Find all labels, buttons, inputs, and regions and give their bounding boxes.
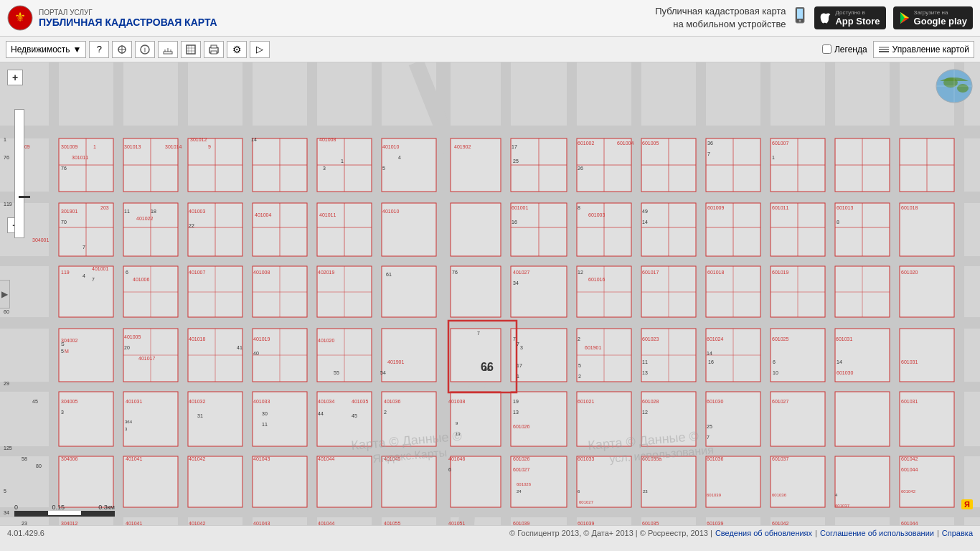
svg-text:401043: 401043 xyxy=(253,521,270,525)
measure-button[interactable] xyxy=(158,41,178,58)
svg-text:401031: 401031 xyxy=(126,399,142,404)
svg-text:7: 7 xyxy=(707,435,710,440)
svg-text:54: 54 xyxy=(380,370,386,375)
apple-icon xyxy=(820,11,831,24)
svg-text:601036: 601036 xyxy=(707,456,723,461)
zoom-scale[interactable] xyxy=(14,109,24,238)
svg-text:601026: 601026 xyxy=(517,482,532,486)
svg-rect-46 xyxy=(501,62,511,525)
svg-text:401008: 401008 xyxy=(319,137,336,142)
svg-text:601044: 601044 xyxy=(901,467,918,472)
zoom-in-button[interactable]: + xyxy=(7,70,23,85)
copyright-text: © Госпицентр 2013, © Дата+ 2013 | © Роср… xyxy=(509,529,712,537)
svg-text:16: 16 xyxy=(708,359,714,364)
svg-rect-117 xyxy=(511,392,567,446)
svg-text:601019: 601019 xyxy=(772,270,788,275)
svg-text:11: 11 xyxy=(262,422,268,427)
svg-text:203: 203 xyxy=(100,205,109,210)
svg-rect-26 xyxy=(211,45,217,48)
svg-text:4: 4 xyxy=(398,155,401,160)
svg-text:23: 23 xyxy=(22,521,27,525)
svg-text:601026: 601026 xyxy=(513,456,529,461)
svg-text:1: 1 xyxy=(772,155,775,160)
svg-text:1: 1 xyxy=(93,144,96,149)
expand-panel-button[interactable]: ▶ xyxy=(0,280,10,309)
svg-rect-126 xyxy=(188,456,242,507)
svg-text:401038: 401038 xyxy=(448,399,465,404)
info-button[interactable]: i xyxy=(135,41,155,58)
terms-link[interactable]: Соглашение об использовании xyxy=(820,529,934,537)
svg-text:13: 13 xyxy=(513,410,519,415)
zoom-to-extent-button[interactable] xyxy=(112,41,132,58)
manage-map-button[interactable]: Управление картой xyxy=(873,41,974,58)
draw-button[interactable] xyxy=(181,41,201,58)
svg-rect-4 xyxy=(797,9,803,19)
svg-text:401041: 401041 xyxy=(126,521,142,525)
svg-text:301012: 301012 xyxy=(190,137,207,142)
svg-text:304001: 304001 xyxy=(32,237,49,242)
extra-button[interactable]: ▷ xyxy=(250,41,270,58)
svg-text:601042: 601042 xyxy=(901,489,916,494)
svg-text:401027: 401027 xyxy=(513,270,529,275)
svg-rect-50 xyxy=(760,62,771,525)
svg-text:401036: 401036 xyxy=(384,399,400,404)
googleplay-icon xyxy=(899,11,910,24)
legend-checkbox[interactable] xyxy=(822,44,831,54)
phone-icon xyxy=(793,7,807,29)
svg-text:20: 20 xyxy=(124,345,130,350)
property-type-dropdown[interactable]: Недвижимость ▼ xyxy=(6,41,86,58)
svg-text:29: 29 xyxy=(4,381,9,386)
updates-link[interactable]: Сведения об обновлениях xyxy=(715,529,812,537)
svg-text:601025: 601025 xyxy=(772,336,788,342)
svg-text:401051: 401051 xyxy=(448,521,465,525)
svg-rect-29 xyxy=(879,49,889,50)
svg-text:401042: 401042 xyxy=(189,456,205,461)
svg-text:601007: 601007 xyxy=(772,141,788,146)
svg-text:7: 7 xyxy=(513,336,516,342)
svg-text:5: 5 xyxy=(4,489,6,494)
svg-text:401044: 401044 xyxy=(318,456,334,461)
svg-text:76: 76 xyxy=(61,166,67,171)
settings-button[interactable]: ⚙ xyxy=(227,41,247,58)
svg-text:401046: 401046 xyxy=(448,456,465,461)
svg-text:125: 125 xyxy=(4,446,12,451)
svg-rect-127 xyxy=(253,456,307,507)
layers-icon xyxy=(878,44,890,55)
svg-rect-28 xyxy=(879,51,889,52)
svg-rect-52 xyxy=(890,62,900,525)
svg-text:3: 3 xyxy=(323,166,326,171)
svg-text:76: 76 xyxy=(452,270,458,275)
svg-text:401007: 401007 xyxy=(189,270,205,275)
svg-rect-135 xyxy=(771,456,825,507)
svg-text:401044: 401044 xyxy=(318,521,334,525)
googleplay-button[interactable]: Загрузите на Google play xyxy=(893,6,973,29)
appstore-button[interactable]: Доступно в App Store xyxy=(814,6,885,29)
svg-text:601018: 601018 xyxy=(901,205,918,210)
svg-rect-136 xyxy=(835,456,890,507)
svg-text:31: 31 xyxy=(197,413,203,418)
help-link[interactable]: Справка xyxy=(942,529,973,537)
svg-text:301011: 301011 xyxy=(72,155,88,160)
svg-text:58: 58 xyxy=(22,456,27,461)
cadastral-map: 009 301009 76 301011 1 301013 301014 9 3… xyxy=(0,62,980,525)
print-button[interactable] xyxy=(204,41,224,58)
svg-text:601027: 601027 xyxy=(772,399,788,404)
svg-text:601016: 601016 xyxy=(588,277,605,282)
svg-text:601042: 601042 xyxy=(901,456,918,461)
svg-text:401006: 401006 xyxy=(133,277,149,282)
svg-rect-47 xyxy=(567,62,577,525)
help-button[interactable]: ? xyxy=(89,41,109,58)
legend-button[interactable]: Легенда xyxy=(822,44,867,55)
map-container[interactable]: 009 301009 76 301011 1 301013 301014 9 3… xyxy=(0,62,980,525)
svg-rect-133 xyxy=(641,456,696,507)
svg-rect-102 xyxy=(451,329,501,382)
svg-rect-130 xyxy=(451,456,501,507)
minimap[interactable] xyxy=(933,67,976,106)
svg-text:1: 1 xyxy=(341,159,344,164)
toolbar: Недвижимость ▼ ? i ⚙ ▷ Легенда Управлени… xyxy=(0,37,980,62)
svg-text:401033: 401033 xyxy=(253,399,270,404)
svg-text:60: 60 xyxy=(4,309,9,314)
svg-text:601030: 601030 xyxy=(837,370,853,375)
svg-rect-27 xyxy=(211,51,217,54)
svg-text:14: 14 xyxy=(642,220,648,225)
